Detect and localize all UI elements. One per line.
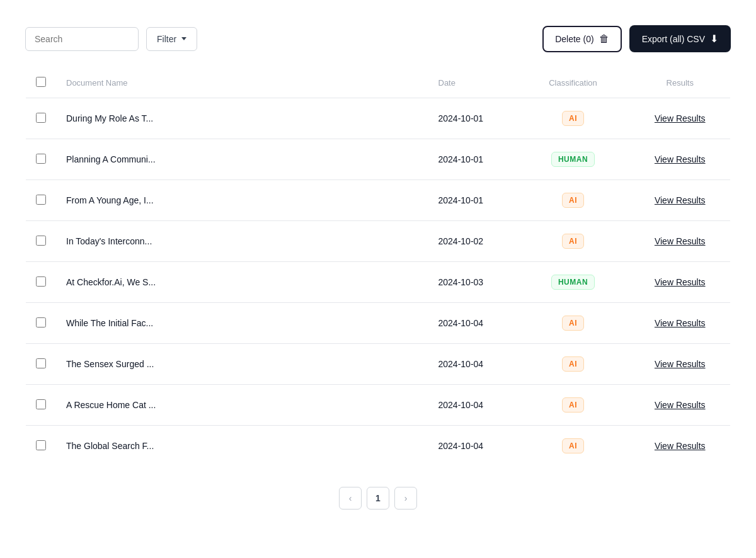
row-results: View Results — [630, 344, 731, 385]
row-document-name: Planning A Communi... — [56, 139, 428, 180]
row-checkbox[interactable] — [36, 154, 46, 164]
view-results-button[interactable]: View Results — [655, 113, 706, 123]
row-date: 2024-10-03 — [428, 262, 517, 303]
row-checkbox-cell — [26, 98, 57, 139]
table-row: A Rescue Home Cat ... 2024-10-04 AI View… — [26, 385, 731, 426]
row-results: View Results — [630, 139, 731, 180]
col-header-document-name: Document Name — [56, 68, 428, 98]
row-checkbox[interactable] — [36, 440, 46, 450]
col-header-date: Date — [428, 68, 517, 98]
delete-button[interactable]: Delete (0) 🗑 — [542, 26, 621, 52]
classification-badge: AI — [562, 397, 584, 413]
page-1-button[interactable]: 1 — [367, 487, 389, 510]
table-row: While The Initial Fac... 2024-10-04 AI V… — [26, 303, 731, 344]
row-date: 2024-10-04 — [428, 426, 517, 467]
row-checkbox-cell — [26, 262, 57, 303]
row-results: View Results — [630, 221, 731, 262]
table-body: During My Role As T... 2024-10-01 AI Vie… — [26, 98, 731, 467]
row-classification: HUMAN — [517, 139, 630, 180]
row-date: 2024-10-04 — [428, 344, 517, 385]
page-1-label: 1 — [375, 493, 381, 503]
row-checkbox-cell — [26, 139, 57, 180]
row-checkbox[interactable] — [36, 399, 46, 409]
download-icon: ⬇ — [710, 33, 718, 45]
row-checkbox[interactable] — [36, 358, 46, 368]
table-row: From A Young Age, I... 2024-10-01 AI Vie… — [26, 180, 731, 221]
row-classification: AI — [517, 303, 630, 344]
row-date: 2024-10-02 — [428, 221, 517, 262]
row-checkbox-cell — [26, 385, 57, 426]
pagination: ‹ 1 › — [25, 487, 731, 510]
row-results: View Results — [630, 426, 731, 467]
row-date: 2024-10-01 — [428, 180, 517, 221]
row-checkbox-cell — [26, 426, 57, 467]
row-checkbox-cell — [26, 303, 57, 344]
filter-label: Filter — [157, 34, 176, 44]
next-arrow-icon: › — [404, 493, 408, 503]
view-results-button[interactable]: View Results — [655, 441, 706, 451]
col-header-checkbox — [26, 68, 57, 98]
row-date: 2024-10-01 — [428, 139, 517, 180]
table-header: Document Name Date Classification Result… — [26, 68, 731, 98]
delete-label: Delete (0) — [555, 34, 593, 44]
classification-badge: HUMAN — [551, 275, 595, 290]
table-row: The Sensex Surged ... 2024-10-04 AI View… — [26, 344, 731, 385]
row-checkbox[interactable] — [36, 236, 46, 246]
search-input[interactable] — [25, 27, 139, 51]
row-checkbox[interactable] — [36, 317, 46, 327]
row-document-name: A Rescue Home Cat ... — [56, 385, 428, 426]
toolbar-right: Delete (0) 🗑 Export (all) CSV ⬇ — [542, 25, 731, 52]
view-results-button[interactable]: View Results — [655, 236, 706, 246]
classification-badge: AI — [562, 193, 584, 208]
view-results-button[interactable]: View Results — [655, 400, 706, 410]
table-row: During My Role As T... 2024-10-01 AI Vie… — [26, 98, 731, 139]
documents-table: Document Name Date Classification Result… — [25, 67, 731, 467]
export-button[interactable]: Export (all) CSV ⬇ — [629, 25, 731, 52]
row-document-name: At Checkfor.Ai, We S... — [56, 262, 428, 303]
classification-badge: AI — [562, 356, 584, 372]
classification-badge: AI — [562, 316, 584, 331]
row-checkbox[interactable] — [36, 276, 46, 287]
table-row: At Checkfor.Ai, We S... 2024-10-03 HUMAN… — [26, 262, 731, 303]
classification-badge: AI — [562, 438, 584, 453]
row-checkbox[interactable] — [36, 195, 46, 205]
row-document-name: The Global Search F... — [56, 426, 428, 467]
next-page-button[interactable]: › — [394, 487, 417, 510]
row-document-name: The Sensex Surged ... — [56, 344, 428, 385]
row-classification: AI — [517, 385, 630, 426]
col-header-results: Results — [630, 68, 731, 98]
row-results: View Results — [630, 385, 731, 426]
row-classification: AI — [517, 344, 630, 385]
view-results-button[interactable]: View Results — [655, 318, 706, 328]
col-header-classification: Classification — [517, 68, 630, 98]
row-classification: AI — [517, 180, 630, 221]
row-classification: AI — [517, 98, 630, 139]
table-row: Planning A Communi... 2024-10-01 HUMAN V… — [26, 139, 731, 180]
row-checkbox-cell — [26, 344, 57, 385]
view-results-button[interactable]: View Results — [655, 277, 706, 287]
classification-badge: AI — [562, 234, 584, 249]
row-results: View Results — [630, 98, 731, 139]
prev-page-button[interactable]: ‹ — [339, 487, 362, 510]
view-results-button[interactable]: View Results — [655, 359, 706, 369]
row-results: View Results — [630, 303, 731, 344]
row-results: View Results — [630, 262, 731, 303]
filter-button[interactable]: Filter — [146, 27, 197, 51]
classification-badge: HUMAN — [551, 152, 595, 167]
select-all-checkbox[interactable] — [36, 77, 46, 87]
row-document-name: During My Role As T... — [56, 98, 428, 139]
row-classification: AI — [517, 426, 630, 467]
table-row: The Global Search F... 2024-10-04 AI Vie… — [26, 426, 731, 467]
classification-badge: AI — [562, 111, 584, 126]
row-checkbox-cell — [26, 180, 57, 221]
view-results-button[interactable]: View Results — [655, 154, 706, 164]
row-document-name: In Today's Interconn... — [56, 221, 428, 262]
row-checkbox-cell — [26, 221, 57, 262]
toolbar: Filter Delete (0) 🗑 Export (all) CSV ⬇ — [25, 25, 731, 52]
view-results-button[interactable]: View Results — [655, 195, 706, 205]
prev-arrow-icon: ‹ — [349, 493, 352, 503]
row-date: 2024-10-04 — [428, 385, 517, 426]
toolbar-left: Filter — [25, 27, 197, 51]
row-checkbox[interactable] — [36, 113, 46, 123]
row-date: 2024-10-04 — [428, 303, 517, 344]
